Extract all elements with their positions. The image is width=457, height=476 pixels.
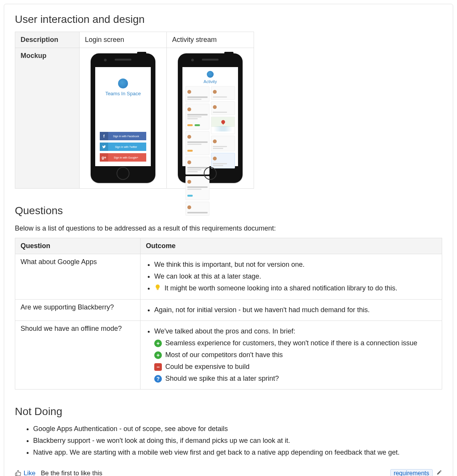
design-table: Description Login screen Activity stream… <box>15 32 254 189</box>
document-panel: User interaction and design Description … <box>4 4 453 476</box>
page-footer: Like Be the first to like this requireme… <box>15 469 442 476</box>
design-col-activity: Activity stream <box>167 32 254 48</box>
question-cell: Are we supporting Blackberry? <box>15 299 141 321</box>
questions-header-question: Question <box>15 238 141 254</box>
outcome-item: + Seamless experience for customers, the… <box>154 338 436 348</box>
google-plus-icon: g+ <box>100 153 108 162</box>
app-logo-icon <box>118 79 128 88</box>
design-col-login: Login screen <box>80 32 167 48</box>
list-item: Blackberry support - we won't look at do… <box>33 436 442 446</box>
list-item: Google Apps Authentication - out of scop… <box>33 424 442 434</box>
outcome-item: Again, not for initial version - but we … <box>154 305 436 315</box>
outcome-item: We can look at this at a later stage. <box>154 271 436 282</box>
thumbs-up-icon <box>15 470 21 476</box>
phone-mockup-activity: Activity <box>178 53 243 183</box>
like-button[interactable]: Like <box>15 470 35 476</box>
questions-header-outcome: Outcome <box>141 238 442 254</box>
table-row: Are we supporting Blackberry?Again, not … <box>15 299 442 321</box>
signin-google-button[interactable]: g+Sign in with Google+ <box>100 153 146 162</box>
table-row: Should we have an offline mode?We've tal… <box>15 321 442 389</box>
outcome-item: − Could be expensive to build <box>154 362 436 372</box>
outcome-item: We've talked about the pros and cons. In… <box>154 326 436 337</box>
section-heading-notdoing: Not Doing <box>15 405 442 418</box>
question-icon: ? <box>154 375 162 383</box>
section-heading-design: User interaction and design <box>15 13 442 26</box>
lightbulb-icon <box>154 284 161 294</box>
signin-facebook-button[interactable]: fSign in with Facebook <box>100 132 146 140</box>
app-logo-icon <box>207 71 214 78</box>
label-tag[interactable]: requirements <box>390 469 433 476</box>
activity-title: Activity <box>185 79 235 84</box>
plus-icon: + <box>154 351 162 359</box>
outcome-cell: Again, not for initial version - but we … <box>141 299 442 321</box>
mockup-cell-login: Teams In Space fSign in with Facebook Si… <box>80 48 167 189</box>
mockup-cell-activity: Activity <box>167 48 254 189</box>
svg-rect-0 <box>157 289 159 290</box>
questions-table: Question Outcome What about Google AppsW… <box>15 238 442 389</box>
questions-intro: Below is a list of questions to be addre… <box>15 224 442 232</box>
signin-twitter-button[interactable]: Sign in with Twitter <box>100 143 146 151</box>
design-row-header: Description <box>15 32 80 48</box>
outcome-item: ? Should we spike this at a later sprint… <box>154 373 436 384</box>
home-button-icon <box>117 167 129 180</box>
app-brand: Teams In Space <box>105 91 141 96</box>
home-button-icon <box>204 167 217 180</box>
edit-labels-icon[interactable] <box>436 470 442 476</box>
map-pin-icon <box>220 119 225 125</box>
question-cell: Should we have an offline mode? <box>15 321 141 389</box>
facebook-icon: f <box>100 132 108 140</box>
outcome-item: It might be worth someone looking into a… <box>154 283 436 294</box>
phone-mockup-login: Teams In Space fSign in with Facebook Si… <box>91 53 155 183</box>
minus-icon: − <box>154 363 162 371</box>
design-row-header-mockup: Mockup <box>15 48 80 189</box>
twitter-icon <box>100 143 108 151</box>
like-label: Like <box>24 470 35 476</box>
table-row: What about Google AppsWe think this is i… <box>15 254 442 300</box>
outcome-cell: We've talked about the pros and cons. In… <box>141 321 442 389</box>
outcome-item: We think this is important, but not for … <box>154 260 436 270</box>
outcome-item: + Most of our competitors don't have thi… <box>154 350 436 360</box>
map-card <box>211 117 235 134</box>
list-item: Native app. We are starting with a mobil… <box>33 447 442 458</box>
question-cell: What about Google Apps <box>15 254 141 300</box>
like-hint: Be the first to like this <box>41 470 102 476</box>
plus-icon: + <box>154 340 162 347</box>
outcome-cell: We think this is important, but not for … <box>141 254 442 300</box>
notdoing-list: Google Apps Authentication - out of scop… <box>15 424 442 458</box>
